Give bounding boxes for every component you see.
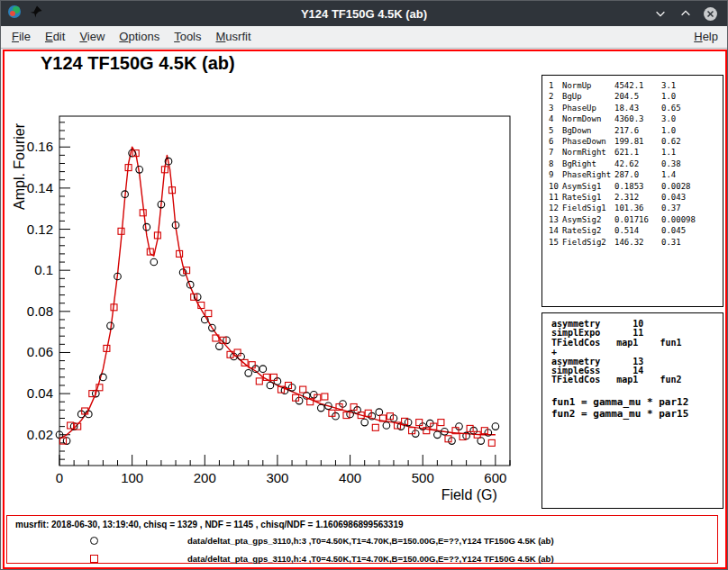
parameter-row: 13 AsymSig2 0.01716 0.00098	[542, 214, 723, 225]
parameter-number: 7	[549, 147, 562, 158]
parameter-value: 2.312	[614, 192, 661, 203]
close-button[interactable]	[703, 6, 718, 22]
parameter-number: 5	[549, 125, 562, 136]
parameter-name: FieldSig1	[562, 203, 614, 213]
parameter-number: 14	[549, 225, 562, 236]
parameter-number: 11	[549, 192, 562, 203]
x-tick-label: 100	[121, 470, 143, 485]
parameter-row: 1 NormUp 4542.1 3.1	[542, 80, 723, 91]
fourier-plot[interactable]: 01002003004005006000.020.040.060.080.10.…	[5, 51, 540, 512]
x-tick-label: 200	[194, 470, 216, 485]
menu-items: File Edit View Options Tools Musrfit	[1, 26, 259, 48]
parameter-value: 0.1853	[614, 181, 661, 192]
parameter-number: 6	[549, 136, 562, 147]
parameter-value: 101.36	[614, 203, 661, 213]
parameter-value: 199.81	[614, 136, 661, 147]
menu-item-help[interactable]: Help	[685, 26, 727, 48]
parameter-name: FieldSig2	[562, 237, 614, 248]
legend-rows: data/deltat_pta_gps_3110,h:3 ,T0=4.50K,T…	[7, 531, 717, 567]
x-tick-label: 500	[412, 470, 434, 485]
menu-item[interactable]: Edit	[38, 26, 72, 48]
root-canvas[interactable]: Y124 TF150G 4.5K (ab) 010020030040050060…	[3, 50, 727, 569]
menu-item[interactable]: Options	[112, 26, 167, 48]
parameter-error: 1.1	[661, 147, 723, 158]
parameter-name: NormDown	[562, 113, 614, 124]
parameter-value: 217.6	[614, 125, 661, 136]
parameter-value: 0.01716	[614, 214, 661, 225]
theory-lines: asymmetry 10 simplExpo 11 TFieldCos map1…	[551, 320, 723, 385]
theory-box: asymmetry 10 simplExpo 11 TFieldCos map1…	[541, 312, 723, 509]
parameter-name: BgRight	[562, 158, 614, 169]
legend-marker	[90, 555, 98, 563]
x-tick-label: 0	[56, 470, 63, 485]
menu-item[interactable]: File	[5, 26, 38, 48]
legend-label: data/deltat_pta_gps_3110,h:3 ,T0=4.50K,T…	[187, 536, 554, 546]
app-icon	[7, 5, 22, 23]
parameter-error: 3.0	[661, 113, 723, 124]
parameter-number: 13	[549, 214, 562, 225]
parameter-number: 12	[549, 203, 562, 213]
parameter-error: 0.37	[661, 203, 723, 213]
y-tick-label: 0.08	[27, 303, 53, 319]
legend-label: data/deltat_pta_gps_3110,h:4 ,T0=4.50K,T…	[187, 554, 554, 564]
x-tick-label: 400	[339, 470, 361, 485]
parameter-row: 3 PhaseUp 18.43 0.65	[542, 103, 723, 113]
parameter-row: 11 RateSig1 2.312 0.043	[542, 192, 723, 203]
function-lines: fun1 = gamma_mu * par12 fun2 = gamma_mu …	[551, 396, 723, 421]
parameter-value: 287.0	[614, 169, 661, 180]
menubar: File Edit View Options Tools Musrfit Hel…	[1, 26, 727, 49]
pin-icon[interactable]	[30, 5, 42, 22]
parameter-error: 1.0	[661, 91, 723, 102]
legend-marker	[90, 537, 98, 545]
parameter-value: 18.43	[614, 103, 661, 113]
parameter-error: 0.38	[661, 158, 723, 169]
minimize-button[interactable]	[652, 6, 668, 22]
maximize-button[interactable]	[678, 6, 693, 22]
parameter-row: 9 PhaseRight 287.0 1.4	[542, 169, 723, 180]
window-title: Y124 TF150G 4.5K (ab)	[1, 7, 727, 21]
y-tick-label: 0.04	[27, 385, 53, 401]
parameter-name: NormRight	[562, 147, 614, 158]
parameter-row: 14 RateSig2 0.514 0.045	[542, 225, 723, 236]
parameter-rows: 1 NormUp 4542.1 3.1 2 BgUp 204.5 1.0 3	[542, 80, 723, 248]
x-axis-title: Field (G)	[441, 487, 497, 502]
legend-row: data/deltat_pta_gps_3110,h:4 ,T0=4.50K,T…	[7, 549, 717, 567]
parameter-value: 204.5	[614, 91, 661, 102]
parameter-name: PhaseUp	[562, 103, 614, 113]
legend-row: data/deltat_pta_gps_3110,h:3 ,T0=4.50K,T…	[7, 531, 717, 549]
parameter-number: 8	[549, 158, 562, 169]
titlebar[interactable]: Y124 TF150G 4.5K (ab)	[1, 1, 727, 26]
parameter-name: RateSig2	[562, 225, 614, 236]
maximize-icon	[679, 7, 692, 20]
parameter-row: 8 BgRight 42.62 0.38	[542, 158, 723, 169]
y-axis-title: Ampl. Fourier	[12, 122, 27, 210]
parameter-row: 4 NormDown 4360.3 3.0	[542, 113, 723, 124]
parameter-value: 0.514	[614, 225, 661, 236]
parameter-value: 42.62	[614, 158, 661, 169]
parameter-name: AsymSig2	[562, 214, 614, 225]
menu-item[interactable]: Tools	[167, 26, 208, 48]
menu-item[interactable]: View	[72, 26, 112, 48]
window-controls	[652, 6, 727, 22]
plot-frame	[59, 116, 510, 466]
x-tick-label: 600	[484, 470, 506, 485]
parameter-error: 0.043	[661, 192, 723, 203]
parameter-value: 4360.3	[614, 113, 661, 124]
parameter-error: 0.00098	[661, 214, 723, 225]
parameter-row: 2 BgUp 204.5 1.0	[542, 91, 723, 102]
y-tick-label: 0.02	[27, 427, 53, 442]
y-tick-label: 0.06	[27, 344, 53, 359]
parameter-error: 0.31	[661, 237, 723, 248]
parameter-error: 0.045	[661, 225, 723, 236]
parameter-error: 0.65	[661, 103, 723, 113]
menu-item[interactable]: Musrfit	[209, 26, 259, 48]
parameter-error: 0.0028	[661, 181, 723, 192]
parameter-name: NormUp	[562, 80, 614, 91]
parameter-box: 1 NormUp 4542.1 3.1 2 BgUp 204.5 1.0 3	[541, 75, 723, 307]
parameter-error: 0.62	[661, 136, 723, 147]
legend-area: musrfit: 2018-06-30, 13:19:40, chisq = 1…	[6, 515, 718, 564]
parameter-error: 1.0	[661, 125, 723, 136]
theory-line: TFieldCos map1 fun1	[551, 339, 723, 348]
parameter-row: 10 AsymSig1 0.1853 0.0028	[542, 181, 723, 192]
parameter-name: BgDown	[562, 125, 614, 136]
